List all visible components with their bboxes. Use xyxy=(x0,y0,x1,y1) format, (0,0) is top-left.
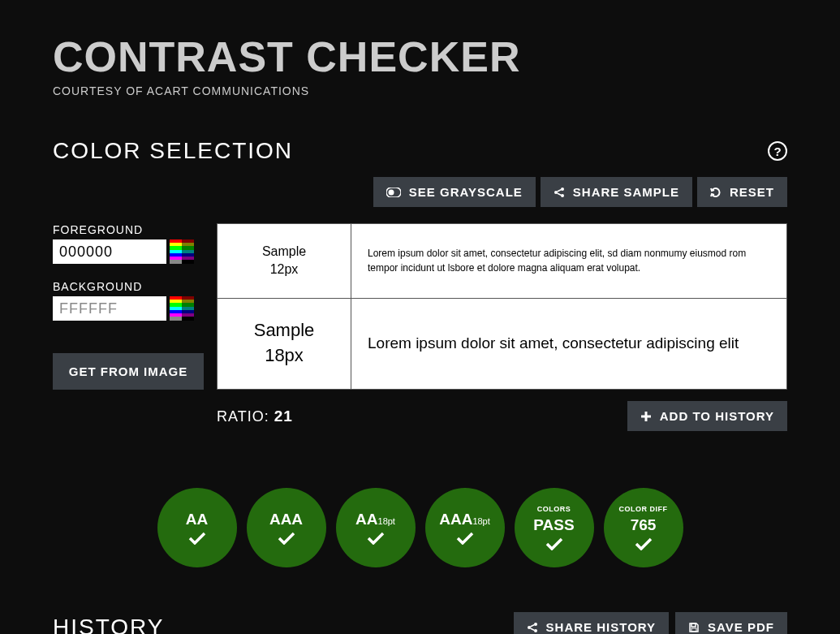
help-icon[interactable]: ? xyxy=(768,141,787,161)
result-aa18: AA18pt xyxy=(336,488,416,567)
result-aa18-label: AA18pt xyxy=(355,511,395,528)
background-label: BACKGROUND xyxy=(53,280,204,293)
check-icon xyxy=(188,532,206,545)
foreground-input[interactable] xyxy=(53,239,166,264)
section-title-color-selection: COLOR SELECTION xyxy=(53,138,293,164)
result-colordiff-label: 765 xyxy=(631,516,657,534)
section-title-history: HISTORY xyxy=(53,615,164,635)
share-history-button[interactable]: SHARE HISTORY xyxy=(514,612,670,634)
svg-line-12 xyxy=(530,624,534,627)
share-sample-button[interactable]: SHARE SAMPLE xyxy=(541,177,692,207)
share-sample-label: SHARE SAMPLE xyxy=(573,185,679,199)
check-icon xyxy=(278,532,295,545)
result-colors-top: COLORS xyxy=(537,505,571,513)
sample-size-18: 18px xyxy=(234,343,334,369)
add-to-history-button[interactable]: ADD TO HISTORY xyxy=(627,401,787,431)
background-palette-icon[interactable] xyxy=(170,296,194,321)
sample-label-12: Sample xyxy=(234,243,334,261)
sample-text-18: Lorem ipsum dolor sit amet, consectetur … xyxy=(351,298,787,389)
result-aaa18-label: AAA18pt xyxy=(439,511,490,528)
sample-text-12: Lorem ipsum dolor sit amet, consectetur … xyxy=(351,224,787,299)
result-aa-label: AA xyxy=(186,511,208,528)
reset-icon xyxy=(710,187,722,198)
share-icon xyxy=(554,187,565,198)
svg-point-4 xyxy=(561,194,564,197)
toolbar: SEE GRAYSCALE SHARE SAMPLE RESET xyxy=(53,177,787,207)
grayscale-button[interactable]: SEE GRAYSCALE xyxy=(373,177,536,207)
result-colors-label: PASS xyxy=(533,516,574,534)
color-inputs-panel: FOREGROUND BACKGROUND GET FROM IMAGE xyxy=(53,223,204,390)
grayscale-label: SEE GRAYSCALE xyxy=(409,185,523,199)
ratio-value: 21 xyxy=(274,408,293,425)
result-aaa18: AAA18pt xyxy=(425,488,505,567)
foreground-palette-icon[interactable] xyxy=(170,239,194,264)
result-colordiff-top: COLOR DIFF xyxy=(619,505,668,513)
svg-line-13 xyxy=(530,628,534,631)
save-pdf-label: SAVE PDF xyxy=(708,620,774,634)
svg-line-5 xyxy=(557,189,561,192)
result-aaa-label: AAA xyxy=(269,511,303,528)
svg-point-3 xyxy=(561,188,564,191)
result-aaa: AAA xyxy=(247,488,326,567)
background-input[interactable] xyxy=(53,296,166,321)
add-history-label: ADD TO HISTORY xyxy=(660,409,774,423)
check-icon xyxy=(545,537,563,550)
reset-button[interactable]: RESET xyxy=(697,177,787,207)
result-colordiff: COLOR DIFF 765 xyxy=(604,488,683,567)
sample-size-12: 12px xyxy=(234,261,334,278)
foreground-label: FOREGROUND xyxy=(53,223,204,236)
svg-point-11 xyxy=(534,629,537,632)
result-aa: AA xyxy=(157,488,237,567)
check-icon xyxy=(456,532,474,545)
save-icon xyxy=(688,622,700,633)
get-from-image-button[interactable]: GET FROM IMAGE xyxy=(53,353,204,390)
plus-icon xyxy=(640,411,652,422)
reset-label: RESET xyxy=(730,185,774,199)
sample-label-18: Sample xyxy=(234,318,334,343)
ratio-label: RATIO: xyxy=(217,408,269,425)
sample-18-label-cell: Sample 18px xyxy=(218,298,351,389)
svg-point-10 xyxy=(534,623,537,626)
sample-table: Sample 12px Lorem ipsum dolor sit amet, … xyxy=(217,223,787,390)
share-history-label: SHARE HISTORY xyxy=(546,620,657,634)
app-title: CONTRAST CHECKER xyxy=(53,32,787,81)
subtitle: COURTESY OF ACART COMMUNICATIONS xyxy=(53,84,787,97)
check-icon xyxy=(367,532,385,545)
svg-rect-14 xyxy=(691,623,696,627)
svg-point-1 xyxy=(388,189,394,195)
check-icon xyxy=(635,537,653,550)
save-pdf-button[interactable]: SAVE PDF xyxy=(675,612,787,634)
results-row: AA AAA AA18pt AAA18pt COLORS PASS COLOR … xyxy=(53,488,787,567)
ratio-display: RATIO: 21 xyxy=(217,408,293,425)
svg-line-6 xyxy=(557,193,561,196)
sample-12-label-cell: Sample 12px xyxy=(218,224,351,299)
toggle-icon xyxy=(386,188,401,197)
share-icon xyxy=(527,622,538,633)
result-colors: COLORS PASS xyxy=(515,488,594,567)
